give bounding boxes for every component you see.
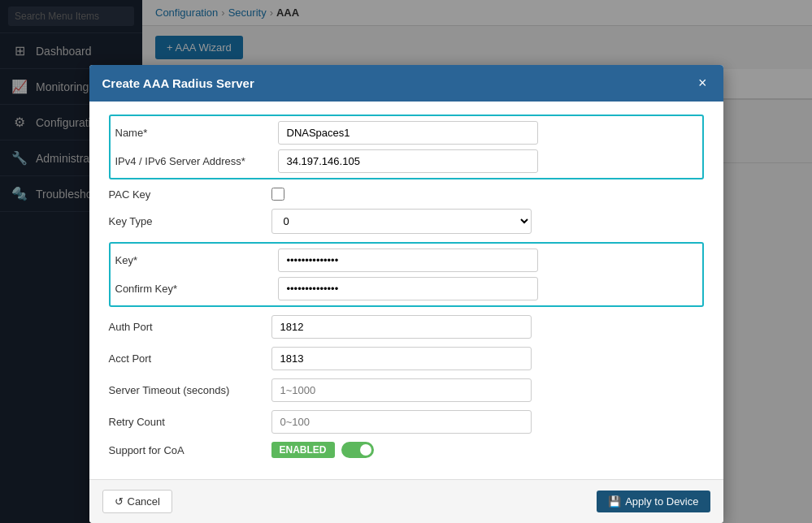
support-coa-status: ENABLED xyxy=(271,442,335,458)
server-timeout-group: Server Timeout (seconds) xyxy=(109,378,704,402)
key-label: Key* xyxy=(115,254,278,266)
server-timeout-label: Server Timeout (seconds) xyxy=(109,384,271,396)
acct-port-group: Acct Port xyxy=(109,347,704,370)
support-coa-toggle-group: ENABLED xyxy=(271,442,374,458)
confirm-key-field-group: Confirm Key* xyxy=(115,277,697,300)
pac-key-label: PAC Key xyxy=(109,188,271,201)
modal-header: Create AAA Radius Server × xyxy=(89,65,723,102)
highlighted-name-ip-group: Name* IPv4 / IPv6 Server Address* xyxy=(109,115,704,179)
modal-title: Create AAA Radius Server xyxy=(102,76,254,90)
apply-label: Apply to Device xyxy=(625,495,698,508)
apply-button[interactable]: 💾 Apply to Device xyxy=(597,491,710,512)
key-field-group: Key* xyxy=(115,249,697,272)
modal-body: Name* IPv4 / IPv6 Server Address* PAC Ke… xyxy=(89,102,723,479)
auth-port-label: Auth Port xyxy=(109,321,271,333)
auth-port-input[interactable] xyxy=(271,315,532,339)
name-input[interactable] xyxy=(278,121,538,145)
modal-close-button[interactable]: × xyxy=(695,75,710,92)
key-type-label: Key Type xyxy=(109,215,271,227)
name-field-group: Name* xyxy=(115,121,697,145)
key-type-group: Key Type 0 6 7 xyxy=(109,209,704,234)
ipv4-field-group: IPv4 / IPv6 Server Address* xyxy=(115,149,697,173)
ipv4-label: IPv4 / IPv6 Server Address* xyxy=(115,155,278,167)
cancel-button[interactable]: ↺ Cancel xyxy=(102,490,172,513)
server-timeout-input[interactable] xyxy=(271,378,532,402)
key-input[interactable] xyxy=(278,249,538,272)
support-coa-label: Support for CoA xyxy=(109,444,271,456)
retry-count-group: Retry Count xyxy=(109,410,704,434)
cancel-label: Cancel xyxy=(128,495,160,508)
key-type-select[interactable]: 0 6 7 xyxy=(271,209,532,234)
cancel-icon: ↺ xyxy=(115,495,124,508)
apply-icon: 💾 xyxy=(608,495,621,508)
support-coa-group: Support for CoA ENABLED xyxy=(109,442,704,458)
acct-port-label: Acct Port xyxy=(109,352,271,365)
modal-footer: ↺ Cancel 💾 Apply to Device xyxy=(89,479,723,523)
ipv4-input[interactable] xyxy=(278,149,538,173)
name-label: Name* xyxy=(115,127,278,139)
retry-count-label: Retry Count xyxy=(109,416,271,428)
acct-port-input[interactable] xyxy=(271,347,532,370)
pac-key-group: PAC Key xyxy=(109,188,704,201)
support-coa-toggle[interactable] xyxy=(341,442,374,458)
auth-port-group: Auth Port xyxy=(109,315,704,339)
retry-count-input[interactable] xyxy=(271,410,532,434)
confirm-key-input[interactable] xyxy=(278,277,538,300)
confirm-key-label: Confirm Key* xyxy=(115,283,278,295)
highlighted-key-group: Key* Confirm Key* xyxy=(109,242,704,307)
modal-overlay: Create AAA Radius Server × Name* IPv4 / … xyxy=(0,0,812,523)
pac-key-checkbox[interactable] xyxy=(271,188,284,201)
create-radius-modal: Create AAA Radius Server × Name* IPv4 / … xyxy=(89,65,723,523)
